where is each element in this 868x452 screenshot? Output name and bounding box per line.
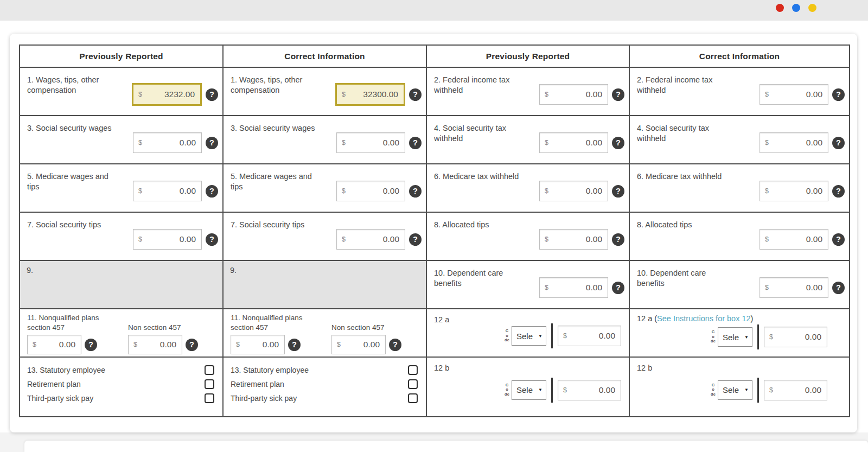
help-icon[interactable]: ? <box>409 185 422 198</box>
field-label: 3. Social security wages <box>27 122 119 163</box>
cell-box4-prev: 4. Social security tax withheld $ 0.00 ? <box>427 116 630 164</box>
box2-prev-amount-input[interactable]: $ 0.00 <box>539 84 608 105</box>
yellow-dot-icon <box>808 4 816 12</box>
retirement-plan-prev-checkbox[interactable] <box>205 379 214 389</box>
help-icon[interactable]: ? <box>409 137 422 149</box>
chevron-down-icon: ▼ <box>538 334 542 339</box>
help-icon[interactable]: ? <box>409 233 422 246</box>
currency-symbol: $ <box>342 235 346 243</box>
currency-symbol: $ <box>765 235 769 243</box>
help-icon[interactable]: ? <box>85 339 97 351</box>
box11-457-prev-amount-input[interactable]: $ 0.00 <box>27 335 81 354</box>
box7-corr-amount-input[interactable]: $ 0.00 <box>336 229 405 250</box>
help-icon[interactable]: ? <box>612 233 624 246</box>
help-icon[interactable]: ? <box>206 137 218 149</box>
box4-prev-amount-input[interactable]: $ 0.00 <box>539 132 608 153</box>
help-icon[interactable]: ? <box>206 233 218 246</box>
field-label: 2. Federal income tax withheld <box>637 74 729 115</box>
third-party-sick-pay-corr-checkbox[interactable] <box>408 393 418 403</box>
help-icon[interactable]: ? <box>186 339 198 351</box>
help-icon[interactable]: ? <box>612 137 624 149</box>
box10-corr-amount-input[interactable]: $ 0.00 <box>760 277 828 298</box>
statutory-employee-prev-checkbox[interactable] <box>205 365 214 375</box>
field-label: 5. Medicare wages and tips <box>231 170 323 212</box>
currency-symbol: $ <box>236 341 240 348</box>
box12b-prev-code-select[interactable]: Sele ▼ <box>512 380 546 400</box>
help-icon[interactable]: ? <box>832 185 845 198</box>
amount-value: 0.00 <box>805 385 821 395</box>
box12b-corr-amount-input[interactable]: $ 0.00 <box>764 380 827 400</box>
box11-non457-corr-amount-input[interactable]: $ 0.00 <box>331 335 386 354</box>
amount-value: 0.00 <box>180 234 196 244</box>
field-label: 2. Federal income tax withheld <box>434 74 526 115</box>
help-icon[interactable]: ? <box>409 88 422 101</box>
help-icon[interactable]: ? <box>206 185 218 198</box>
box6-corr-amount-input[interactable]: $ 0.00 <box>760 181 828 201</box>
help-icon[interactable]: ? <box>832 233 845 246</box>
amount-value: 0.00 <box>806 90 822 99</box>
cell-box10-prev: 10. Dependent care benefits $ 0.00 ? <box>427 261 630 309</box>
box3-prev-amount-input[interactable]: $ 0.00 <box>133 132 202 153</box>
box4-corr-amount-input[interactable]: $ 0.00 <box>760 132 828 153</box>
statutory-employee-corr-checkbox[interactable] <box>408 365 418 375</box>
amount-value: 0.00 <box>586 283 602 292</box>
amount-value: 0.00 <box>599 385 615 395</box>
field-label: 1. Wages, tips, other compensation <box>231 74 323 115</box>
box5-corr-amount-input[interactable]: $ 0.00 <box>336 181 405 201</box>
box5-prev-amount-input[interactable]: $ 0.00 <box>133 181 202 201</box>
box8-prev-amount-input[interactable]: $ 0.00 <box>539 229 608 250</box>
cell-box12a-prev: 12 a Code Sele ▼ $ 0.00 <box>427 309 630 358</box>
checkbox-label: Third-party sick pay <box>27 394 93 403</box>
help-icon[interactable]: ? <box>206 88 218 101</box>
column-header-correct-information-left: Correct Information <box>224 46 427 68</box>
retirement-plan-corr-checkbox[interactable] <box>408 379 418 389</box>
box7-prev-amount-input[interactable]: $ 0.00 <box>133 229 202 250</box>
cell-box13-corr: 13. Statutory employee Retirement plan T… <box>224 358 427 416</box>
box6-prev-amount-input[interactable]: $ 0.00 <box>539 181 608 201</box>
currency-symbol: $ <box>545 187 548 195</box>
box12b-prev-amount-input[interactable]: $ 0.00 <box>558 380 621 400</box>
currency-symbol: $ <box>138 139 142 147</box>
amount-value: 0.00 <box>383 138 399 148</box>
cell-box11-corr: 11. Nonqualified plans section 457 $ 0.0… <box>224 309 427 358</box>
third-party-sick-pay-prev-checkbox[interactable] <box>205 393 214 403</box>
box10-prev-amount-input[interactable]: $ 0.00 <box>539 277 608 298</box>
checkbox-label: Third-party sick pay <box>231 394 297 403</box>
spacer <box>128 313 198 323</box>
field-label: 12 a <box>637 314 652 323</box>
help-icon[interactable]: ? <box>612 185 624 198</box>
field-label: 10. Dependent care benefits <box>434 267 526 308</box>
box8-corr-amount-input[interactable]: $ 0.00 <box>760 229 828 250</box>
see-instructions-box12-link[interactable]: See Instructions for box 12 <box>657 314 751 323</box>
help-icon[interactable]: ? <box>832 88 845 101</box>
cell-box8-prev: 8. Allocated tips $ 0.00 ? <box>427 213 630 261</box>
help-icon[interactable]: ? <box>832 137 845 149</box>
divider <box>551 323 553 348</box>
box12a-corr-amount-input[interactable]: $ 0.00 <box>764 327 827 347</box>
box11-457-corr-amount-input[interactable]: $ 0.00 <box>231 335 285 354</box>
box3-corr-amount-input[interactable]: $ 0.00 <box>336 132 405 153</box>
field-label: 12 a <box>434 315 449 356</box>
help-icon[interactable]: ? <box>612 282 624 294</box>
box12a-prev-amount-input[interactable]: $ 0.00 <box>558 326 621 346</box>
box12b-corr-code-select[interactable]: Sele ▼ <box>718 380 752 400</box>
help-icon[interactable]: ? <box>832 282 845 294</box>
field-label: 11. Nonqualified plans <box>231 313 331 323</box>
box1-corr-amount-input[interactable]: $ 32300.00 <box>335 83 405 106</box>
currency-symbol: $ <box>337 341 341 348</box>
box11-non457-prev-amount-input[interactable]: $ 0.00 <box>128 335 182 354</box>
box12a-corr-code-select[interactable]: Sele ▼ <box>718 327 752 347</box>
help-icon[interactable]: ? <box>389 339 401 351</box>
box2-corr-amount-input[interactable]: $ 0.00 <box>760 84 828 105</box>
field-sublabel: section 457 <box>27 323 128 333</box>
checkbox-label: Retirement plan <box>231 380 284 389</box>
currency-symbol: $ <box>33 341 36 348</box>
help-icon[interactable]: ? <box>288 339 301 351</box>
select-value: Sele <box>516 332 533 341</box>
box1-prev-amount-input[interactable]: $ 3232.00 <box>132 83 202 106</box>
help-icon[interactable]: ? <box>612 88 624 101</box>
field-label: 6. Medicare tax withheld <box>434 170 526 212</box>
box12a-prev-code-select[interactable]: Sele ▼ <box>512 326 546 346</box>
select-value: Sele <box>723 385 739 394</box>
chevron-down-icon: ▼ <box>538 387 542 392</box>
